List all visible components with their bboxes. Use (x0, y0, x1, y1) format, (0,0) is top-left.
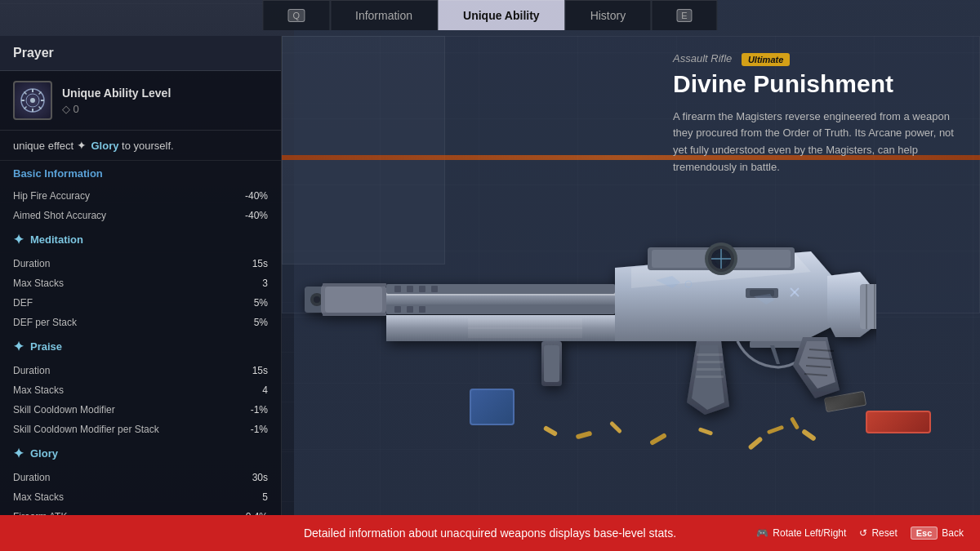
rotate-icon: 🎮 (756, 527, 768, 539)
tab-unique-ability[interactable]: Unique Ability (438, 0, 565, 30)
stat-row: Duration15s (0, 361, 281, 380)
tab-history-label: History (590, 9, 626, 22)
ultimate-badge: Ultimate (742, 53, 790, 66)
stat-row: Skill Cooldown Modifier per Stack-1% (0, 420, 281, 439)
stat-value: -1% (251, 404, 268, 415)
stat-row: DEF per Stack5% (0, 313, 281, 332)
stat-label: Skill Cooldown Modifier (13, 404, 115, 415)
tab-information-label: Information (355, 9, 412, 22)
svg-rect-49 (419, 286, 425, 292)
stat-label: Max Stacks (13, 491, 64, 503)
weapon-description: A firearm the Magisters reverse engineer… (673, 109, 960, 176)
stat-value: 30s (252, 472, 268, 483)
svg-rect-48 (407, 286, 413, 292)
weapon-name: Divine Punishment (673, 69, 960, 99)
bottom-notice-text: Detailed information about unacquired we… (304, 527, 676, 540)
svg-rect-52 (407, 306, 413, 313)
stat-row: Hip Fire Accuracy-40% (0, 186, 281, 206)
stat-value: 15s (252, 258, 268, 269)
q-key-badge: Q (287, 9, 305, 22)
section-header-basic information: Basic Information (0, 161, 281, 186)
stat-value: 15s (252, 365, 268, 376)
svg-line-9 (24, 107, 27, 109)
tab-information[interactable]: Information (330, 0, 438, 30)
tab-unique-ability-label: Unique Ability (463, 9, 540, 22)
back-control: Esc Back (911, 527, 964, 540)
svg-rect-31 (750, 341, 807, 348)
stat-label: DEF per Stack (13, 317, 77, 328)
svg-rect-42 (696, 375, 724, 378)
sections-container: Basic InformationHip Fire Accuracy-40%Ai… (0, 161, 281, 515)
reset-control: ↺ Reset (859, 527, 897, 539)
stat-row: Max Stacks4 (0, 380, 281, 400)
section-icon: ✦ (13, 339, 24, 354)
svg-rect-40 (697, 361, 723, 363)
rotate-label: Rotate Left/Right (773, 527, 846, 539)
stat-value: 5% (254, 317, 268, 328)
section-header-meditation: ✦Meditation (0, 225, 281, 254)
svg-rect-39 (697, 353, 723, 356)
stat-value: 3 (262, 278, 268, 289)
svg-point-16 (314, 296, 320, 303)
stat-label: Duration (13, 365, 50, 376)
stat-label: Duration (13, 258, 50, 269)
svg-point-10 (30, 98, 35, 103)
section-icon: ✦ (13, 446, 24, 461)
stat-row: Max Stacks3 (0, 273, 281, 293)
stat-row: Skill Cooldown Modifier-1% (0, 400, 281, 420)
unique-effect: unique effect ✦ Glory to yourself. (0, 131, 281, 161)
stat-row: Aimed Shot Accuracy-40% (0, 206, 281, 225)
stat-label: DEF (13, 297, 33, 309)
back-label: Back (942, 527, 964, 539)
stat-row: Max Stacks5 (0, 487, 281, 507)
esc-key: Esc (911, 527, 938, 540)
svg-line-6 (24, 92, 27, 95)
reset-label: Reset (871, 527, 897, 539)
stat-value: 5 (262, 491, 268, 503)
stat-row: Firearm ATK0.4% (0, 507, 281, 515)
unique-effect-icon: ✦ (77, 139, 87, 152)
svg-line-8 (39, 92, 42, 95)
ability-info: Unique Ability Level ◇ 0 (62, 87, 268, 115)
section-label: Basic Information (13, 167, 103, 180)
svg-rect-41 (697, 368, 723, 371)
stat-value: 4 (262, 384, 268, 396)
ability-level-value: ◇ 0 (62, 103, 79, 115)
weapon-category: Assault Rifle Ultimate (673, 52, 960, 66)
stat-label: Duration (13, 472, 50, 483)
section-label: Praise (30, 340, 62, 353)
svg-rect-51 (394, 306, 401, 313)
section-header-praise: ✦Praise (0, 332, 281, 361)
stat-value: -40% (245, 210, 268, 221)
left-panel: Prayer Unique Ability Level ◇ 0 (0, 36, 282, 515)
bottom-controls: 🎮 Rotate Left/Right ↺ Reset Esc Back (756, 527, 964, 540)
stat-label: Skill Cooldown Modifier per Stack (13, 424, 159, 435)
tab-bar: Q Information Unique Ability History E (262, 0, 717, 30)
right-panel: Assault Rifle Ultimate Divine Punishment… (653, 36, 980, 193)
ability-name: Unique Ability Level (62, 87, 268, 100)
section-header-glory: ✦Glory (0, 439, 281, 468)
svg-rect-53 (419, 306, 425, 313)
stat-value: 5% (254, 297, 268, 309)
stat-row: DEF5% (0, 293, 281, 313)
unique-effect-suffix: to yourself. (122, 140, 174, 152)
panel-title-text: Prayer (13, 46, 54, 60)
ability-level: ◇ 0 (62, 103, 268, 115)
tab-q[interactable]: Q (262, 0, 330, 30)
svg-line-7 (39, 107, 42, 109)
stat-value: -40% (245, 190, 268, 202)
stat-label: Max Stacks (13, 278, 64, 289)
rotate-control: 🎮 Rotate Left/Right (756, 527, 846, 539)
svg-rect-47 (394, 286, 401, 292)
tab-e[interactable]: E (651, 0, 717, 30)
stat-label: Hip Fire Accuracy (13, 190, 90, 202)
tab-history[interactable]: History (565, 0, 652, 30)
ability-header: Unique Ability Level ◇ 0 (0, 71, 281, 131)
svg-rect-18 (325, 287, 382, 313)
section-label: Glory (30, 447, 58, 460)
section-icon: ✦ (13, 232, 24, 247)
panel-title: Prayer (0, 36, 281, 71)
section-label: Meditation (30, 233, 83, 246)
ability-icon (13, 81, 52, 120)
unique-effect-prefix: unique effect (13, 140, 74, 152)
